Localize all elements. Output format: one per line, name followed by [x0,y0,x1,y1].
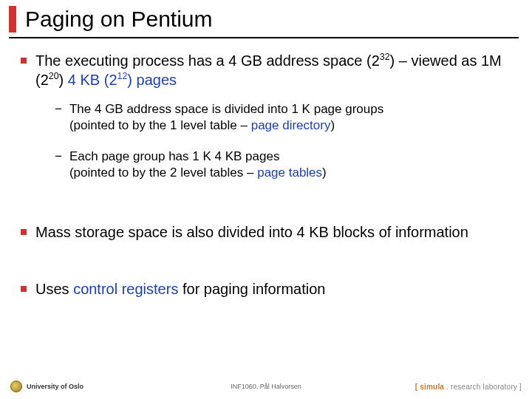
brand-rest: . research laboratory ] [444,383,522,391]
title-bar: Paging on Pentium [9,0,519,38]
t: ) [322,166,327,180]
sup: 20 [49,71,59,81]
bullet-3: Uses control registers for paging inform… [21,280,514,299]
footer-right: [ simula . research laboratory ] [415,383,522,391]
sup: 12 [117,71,128,81]
sub-text: Each page group has 1 K 4 KB pages (poin… [69,149,327,181]
title-accent [9,6,16,33]
t: ) pages [127,72,177,88]
sub-list-1: − The 4 GB address space is divided into… [55,101,514,181]
text: The executing process has a 4 GB address… [35,52,380,69]
t: (pointed to by the 1 level table – [69,118,251,132]
bullet-icon [21,286,27,292]
t: 4 KB (2 [68,72,117,88]
dash-icon: − [55,101,62,117]
text-blue: 4 KB (212) pages [68,72,177,88]
brand: simula [420,383,444,391]
sup: 32 [380,52,390,62]
t: Each page group has 1 K 4 KB pages [69,149,279,163]
sub-text: The 4 GB address space is divided into 1… [69,101,383,134]
t: The 4 GB address space is divided into 1… [69,102,383,116]
bullet-icon [21,58,27,64]
sub-bullet-1: − The 4 GB address space is divided into… [55,101,514,134]
sub-bullet-2: − Each page group has 1 K 4 KB pages (po… [55,149,514,181]
bullet-icon [21,229,27,235]
bullet-1-text: The executing process has a 4 GB address… [35,52,514,89]
footer-left: University of Oslo [10,381,83,392]
dash-icon: − [55,149,62,165]
text: ) [59,72,68,88]
university-label: University of Oslo [27,383,83,390]
t: for paging information [178,281,325,297]
bullet-1: The executing process has a 4 GB address… [21,52,514,89]
text-blue: page directory [251,118,331,132]
t: Uses [35,281,73,297]
bullet-3-text: Uses control registers for paging inform… [35,280,325,299]
footer: University of Oslo INF1060, Pål Halvorse… [0,378,532,395]
t: ) [330,118,335,132]
content-area: The executing process has a 4 GB address… [0,38,532,299]
bullet-2-text: Mass storage space is also divided into … [35,223,468,242]
seal-icon [10,381,22,392]
footer-mid: INF1060, Pål Halvorsen [231,383,301,390]
t: (pointed to by the 2 level tables – [69,166,257,180]
text-blue: control registers [73,281,178,297]
slide-title: Paging on Pentium [25,7,213,32]
text-blue: page tables [257,166,322,180]
bullet-2: Mass storage space is also divided into … [21,223,514,242]
